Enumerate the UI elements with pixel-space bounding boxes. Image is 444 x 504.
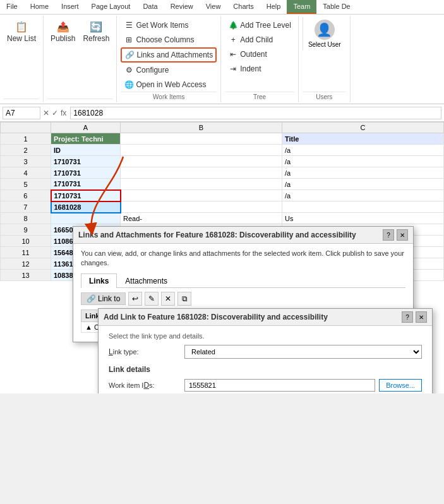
cell-b5[interactable] bbox=[121, 179, 282, 190]
row-num: 9 bbox=[1, 224, 51, 236]
cell-c5[interactable]: /a bbox=[282, 179, 444, 190]
link-type-row: Link type: Related bbox=[109, 345, 422, 359]
edit-link-button[interactable]: ✎ bbox=[145, 292, 159, 306]
cell-b4[interactable] bbox=[121, 167, 282, 179]
cell-b3[interactable] bbox=[121, 156, 282, 167]
publish-label: Publish bbox=[51, 34, 75, 43]
undo-link-button[interactable]: ↩ bbox=[128, 292, 142, 306]
cell-c1[interactable]: Title bbox=[282, 133, 444, 145]
tab-review[interactable]: Review bbox=[164, 0, 200, 14]
tab-page-layout[interactable]: Page Layout bbox=[85, 0, 137, 14]
table-row: 6 1710731 /a bbox=[1, 190, 444, 201]
cell-a2[interactable]: ID bbox=[51, 145, 121, 156]
delete-link-button[interactable]: ✕ bbox=[161, 292, 175, 306]
cell-b6[interactable] bbox=[121, 190, 282, 201]
work-item-ids-field: Browse... bbox=[184, 379, 422, 392]
publish-icon: 📤 bbox=[56, 19, 71, 34]
cell-b8[interactable]: Read- bbox=[121, 213, 282, 224]
tab-team[interactable]: Team bbox=[287, 0, 316, 14]
table-row: 4 1710731 /a bbox=[1, 167, 444, 179]
add-link-body: Select the link type and details. Link t… bbox=[99, 326, 432, 393]
link-details-header: Link details bbox=[109, 365, 422, 374]
links-dialog-help-button[interactable]: ? bbox=[383, 229, 394, 241]
corner-header bbox=[1, 123, 51, 133]
cell-a5[interactable]: 1710731 bbox=[51, 179, 121, 190]
add-link-close-button[interactable]: ✕ bbox=[416, 311, 427, 323]
add-child-icon: + bbox=[228, 35, 238, 45]
tree-icon: 🌲 bbox=[228, 20, 238, 30]
cell-a7[interactable]: 1681028 bbox=[51, 201, 121, 213]
cell-c6[interactable]: /a bbox=[282, 190, 444, 201]
row-num: 13 bbox=[1, 270, 51, 281]
row-num: 1 bbox=[1, 133, 51, 145]
get-work-items-button[interactable]: ☰ Get Work Items bbox=[121, 18, 217, 32]
refresh-icon: 🔄 bbox=[88, 19, 104, 34]
cell-c7[interactable] bbox=[282, 201, 444, 213]
link-to-button[interactable]: 🔗 Link to bbox=[81, 292, 126, 305]
row-num: 4 bbox=[1, 167, 51, 179]
tab-table-de[interactable]: Table De bbox=[316, 0, 356, 14]
cell-b1[interactable] bbox=[121, 133, 282, 145]
ribbon-group-work-items: ☰ Get Work Items ⊞ Choose Columns 🔗 Link… bbox=[117, 16, 221, 102]
cell-c2[interactable]: /a bbox=[282, 145, 444, 156]
tree-col: 🌲 Add Tree Level + Add Child ⇤ Outdent ⇥… bbox=[225, 17, 294, 76]
select-user-label[interactable]: Select User bbox=[308, 41, 341, 48]
link-type-select[interactable]: Related bbox=[184, 345, 422, 359]
tree-group-label: Tree bbox=[225, 92, 294, 102]
tab-attachments[interactable]: Attachments bbox=[117, 273, 176, 288]
confirm-formula-icon[interactable]: ✓ bbox=[52, 109, 58, 117]
cell-reference[interactable] bbox=[3, 107, 40, 119]
insert-function-icon[interactable]: fx bbox=[61, 109, 66, 117]
formula-input[interactable] bbox=[70, 107, 441, 119]
tab-view[interactable]: View bbox=[200, 0, 227, 14]
select-user-area: 👤 Select User bbox=[303, 17, 346, 51]
tab-data[interactable]: Data bbox=[136, 0, 164, 14]
row-num: 2 bbox=[1, 145, 51, 156]
cell-c3[interactable]: /a bbox=[282, 156, 444, 167]
cell-b2[interactable] bbox=[121, 145, 282, 156]
copy-link-button[interactable]: ⧉ bbox=[177, 292, 191, 306]
links-dialog-close-button[interactable]: ✕ bbox=[397, 229, 408, 241]
cell-c8[interactable]: Us bbox=[282, 213, 444, 224]
cell-a3[interactable]: 1710731 bbox=[51, 156, 121, 167]
links-and-attachments-button[interactable]: 🔗 Links and Attachments bbox=[121, 47, 217, 63]
tab-links[interactable]: Links bbox=[81, 273, 117, 288]
browse-button[interactable]: Browse... bbox=[379, 379, 422, 392]
new-list-button[interactable]: 📋 New List bbox=[4, 17, 39, 45]
tab-home[interactable]: Home bbox=[24, 0, 55, 14]
refresh-button[interactable]: 🔄 Refresh bbox=[80, 17, 112, 45]
row-num: 11 bbox=[1, 247, 51, 258]
cell-a8[interactable] bbox=[51, 213, 121, 224]
tab-insert[interactable]: Insert bbox=[55, 0, 85, 14]
table-row: 5 1710731 /a bbox=[1, 179, 444, 190]
ribbon-group-new: 📋 New List bbox=[0, 16, 44, 102]
tab-file[interactable]: File bbox=[0, 0, 24, 14]
add-link-help-button[interactable]: ? bbox=[402, 311, 413, 323]
add-tree-level-button[interactable]: 🌲 Add Tree Level bbox=[225, 18, 294, 32]
cell-b7[interactable] bbox=[121, 201, 282, 213]
open-web-access-button[interactable]: 🌐 Open in Web Access bbox=[121, 78, 217, 92]
add-child-button[interactable]: + Add Child bbox=[225, 33, 294, 47]
indent-button[interactable]: ⇥ Indent bbox=[225, 62, 294, 76]
row-num: 10 bbox=[1, 236, 51, 247]
cell-c4[interactable]: /a bbox=[282, 167, 444, 179]
add-link-subtitle: Select the link type and details. bbox=[109, 332, 422, 340]
tab-charts[interactable]: Charts bbox=[227, 0, 260, 14]
outdent-button[interactable]: ⇤ Outdent bbox=[225, 47, 294, 61]
choose-columns-button[interactable]: ⊞ Choose Columns bbox=[121, 33, 217, 47]
table-row: 3 1710731 /a bbox=[1, 156, 444, 167]
sheet-area: A B C 1 Project: Techni Title 2 ID /a 3 … bbox=[0, 122, 444, 393]
tab-help[interactable]: Help bbox=[260, 0, 287, 14]
ribbon-group-tree: 🌲 Add Tree Level + Add Child ⇤ Outdent ⇥… bbox=[221, 16, 299, 102]
work-item-ids-input[interactable] bbox=[184, 379, 375, 392]
col-header-a: A bbox=[51, 123, 121, 133]
publish-button[interactable]: 📤 Publish bbox=[47, 17, 78, 45]
new-group-label bbox=[4, 99, 39, 102]
cell-a6[interactable]: 1710731 bbox=[51, 190, 121, 201]
row-num: 7 bbox=[1, 201, 51, 213]
cell-a4[interactable]: 1710731 bbox=[51, 167, 121, 179]
configure-button[interactable]: ⚙ Configure bbox=[121, 63, 217, 77]
row-num: 3 bbox=[1, 156, 51, 167]
cell-a1[interactable]: Project: Techni bbox=[51, 133, 121, 145]
cancel-formula-icon[interactable]: ✕ bbox=[43, 109, 49, 117]
